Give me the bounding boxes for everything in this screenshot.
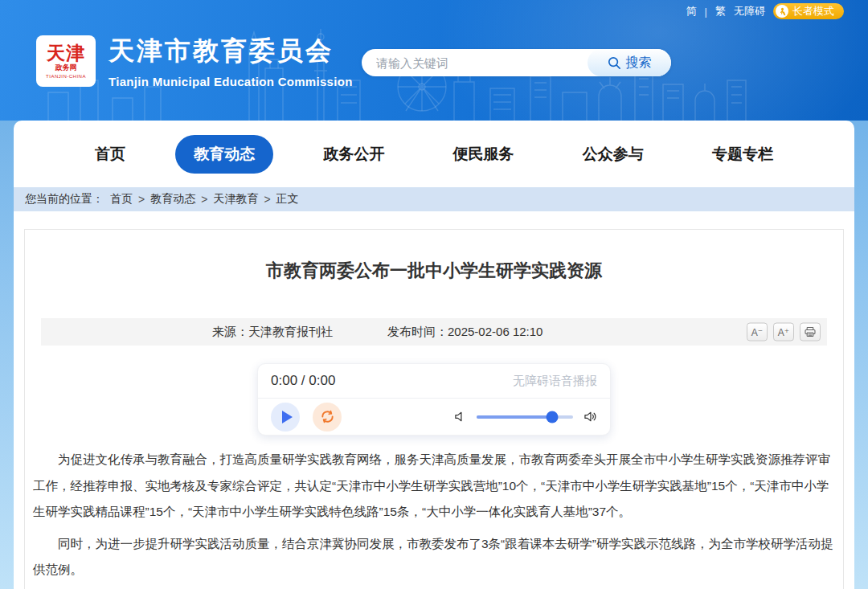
seal-main-text: 天津 xyxy=(47,44,85,63)
breadcrumb: 您当前的位置： 首页>教育动态>天津教育>正文 xyxy=(14,187,854,211)
source-value: 天津教育报刊社 xyxy=(248,325,333,338)
search-input[interactable] xyxy=(362,49,588,76)
time-label: 发布时间： xyxy=(387,325,448,338)
volume-slider[interactable] xyxy=(477,415,573,419)
page: 简 | 繁 无障碍 长者模式 天津 政务网 TIANJIN-CHINA 天津市教… xyxy=(0,0,868,589)
breadcrumb-link: 正文 xyxy=(276,192,299,207)
search-button-label: 搜索 xyxy=(626,55,652,72)
article-source: 来源：天津教育报刊社 xyxy=(212,325,333,340)
simplified-chinese-link[interactable]: 简 xyxy=(686,4,697,18)
article-body: 为促进文化传承与教育融合，打造高质量研学实践教育网络，服务天津高质量发展，市教育… xyxy=(33,447,835,589)
print-button[interactable] xyxy=(800,323,821,342)
article-paragraph: 为促进文化传承与教育融合，打造高质量研学实践教育网络，服务天津高质量发展，市教育… xyxy=(33,447,835,526)
breadcrumb-link[interactable]: 首页 xyxy=(110,192,133,207)
breadcrumb-separator: > xyxy=(138,193,145,206)
audio-time-separator: / xyxy=(297,373,309,388)
nav-item-topics[interactable]: 专题专栏 xyxy=(694,135,792,174)
audio-time-display: 0:00 / 0:00 xyxy=(271,373,335,389)
traditional-chinese-link[interactable]: 繁 xyxy=(715,4,726,18)
replay-button[interactable] xyxy=(313,403,342,432)
article-meta-bar: 来源：天津教育报刊社 发布时间：2025-02-06 12:10 A⁻ A⁺ xyxy=(41,318,827,346)
font-decrease-button[interactable]: A⁻ xyxy=(747,323,768,342)
nav-item-gov-info[interactable]: 政务公开 xyxy=(305,135,403,174)
elder-mode-label: 长者模式 xyxy=(792,4,834,18)
breadcrumb-separator: > xyxy=(264,193,270,206)
audio-player-controls xyxy=(258,399,610,435)
main-card: 首页教育动态政务公开便民服务公众参与专题专栏 您当前的位置： 首页>教育动态>天… xyxy=(14,121,854,589)
nav-item-services[interactable]: 便民服务 xyxy=(435,135,533,174)
nav-item-edu-news[interactable]: 教育动态 xyxy=(175,135,273,174)
printer-icon xyxy=(805,327,816,337)
audio-time-current: 0:00 xyxy=(271,373,297,388)
site-title-english: Tianjin Municipal Education Commission xyxy=(108,75,353,88)
article-paragraph: 同时，为进一步提升研学实践活动质量，结合京津冀协同发展，市教委发布了3条“跟着课… xyxy=(33,531,835,583)
site-title: 天津市教育委员会 xyxy=(108,34,353,69)
source-label: 来源： xyxy=(212,325,248,338)
seal-caption-text: TIANJIN-CHINA xyxy=(46,74,86,79)
volume-loud-icon[interactable] xyxy=(583,411,597,423)
breadcrumb-link[interactable]: 教育动态 xyxy=(150,192,195,207)
accessibility-link[interactable]: 无障碍 xyxy=(734,4,765,18)
content-area: 市教育两委公布一批中小学生研学实践资源 来源：天津教育报刊社 发布时间：2025… xyxy=(14,211,854,589)
tianjin-gov-seal-logo: 天津 政务网 TIANJIN-CHINA xyxy=(36,35,96,87)
play-icon xyxy=(282,411,293,423)
time-value: 2025-02-06 12:10 xyxy=(448,325,542,338)
audio-player-header: 0:00 / 0:00 无障碍语音播报 xyxy=(258,364,610,399)
audio-caption: 无障碍语音播报 xyxy=(513,374,597,389)
loop-icon xyxy=(320,409,335,424)
site-title-block: 天津市教育委员会 Tianjin Municipal Education Com… xyxy=(108,34,353,88)
nav-item-home[interactable]: 首页 xyxy=(76,135,144,174)
elder-person-icon xyxy=(776,5,788,18)
article-toolbar: A⁻ A⁺ xyxy=(747,323,821,342)
article-title: 市教育两委公布一批中小学生研学实践资源 xyxy=(33,259,835,283)
utility-topbar: 简 | 繁 无障碍 长者模式 xyxy=(686,3,844,19)
breadcrumb-separator: > xyxy=(201,193,207,206)
font-increase-button[interactable]: A⁺ xyxy=(773,323,794,342)
topbar-divider: | xyxy=(705,6,707,18)
play-button[interactable] xyxy=(271,403,300,432)
article-publish-time: 发布时间：2025-02-06 12:10 xyxy=(387,325,542,340)
volume-thumb[interactable] xyxy=(546,411,558,423)
audio-player: 0:00 / 0:00 无障碍语音播报 xyxy=(257,363,611,436)
seal-sub-text: 政务网 xyxy=(55,64,77,72)
breadcrumb-items: 首页>教育动态>天津教育>正文 xyxy=(110,192,299,207)
site-search: 搜索 xyxy=(362,49,671,76)
breadcrumb-prefix: 您当前的位置： xyxy=(25,192,104,207)
volume-fill xyxy=(477,415,552,419)
elder-mode-button[interactable]: 长者模式 xyxy=(773,3,844,19)
brand-block: 天津 政务网 TIANJIN-CHINA 天津市教育委员会 Tianjin Mu… xyxy=(36,34,353,88)
search-button[interactable]: 搜索 xyxy=(588,49,671,76)
audio-time-total: 0:00 xyxy=(309,373,335,388)
breadcrumb-link[interactable]: 天津教育 xyxy=(213,192,258,207)
volume-mute-icon[interactable] xyxy=(454,411,466,423)
nav-item-participation[interactable]: 公众参与 xyxy=(564,135,662,174)
article-container: 市教育两委公布一批中小学生研学实践资源 来源：天津教育报刊社 发布时间：2025… xyxy=(24,229,844,589)
main-nav: 首页教育动态政务公开便民服务公众参与专题专栏 xyxy=(14,121,854,187)
search-icon xyxy=(608,56,621,70)
site-header: 简 | 繁 无障碍 长者模式 天津 政务网 TIANJIN-CHINA 天津市教… xyxy=(0,0,868,121)
volume-controls xyxy=(454,411,597,423)
